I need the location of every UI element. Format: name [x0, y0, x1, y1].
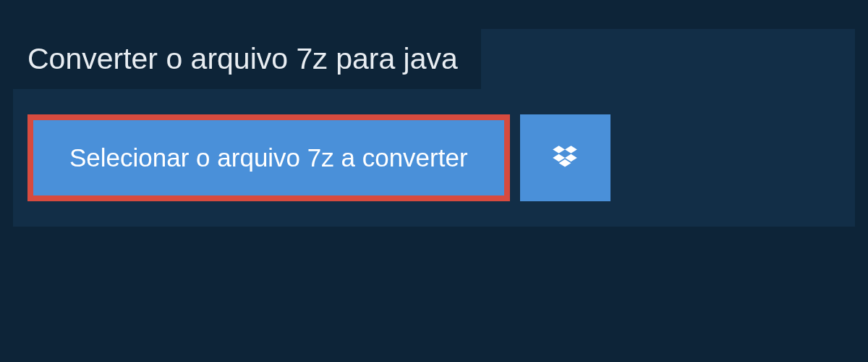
- page-container: Converter o arquivo 7z para java Selecio…: [0, 0, 868, 240]
- page-title: Converter o arquivo 7z para java: [27, 42, 458, 75]
- dropbox-icon: [550, 143, 580, 173]
- dropbox-button[interactable]: [520, 114, 610, 201]
- select-file-label: Selecionar o arquivo 7z a converter: [69, 143, 468, 172]
- select-file-button[interactable]: Selecionar o arquivo 7z a converter: [27, 114, 510, 201]
- button-row: Selecionar o arquivo 7z a converter: [13, 89, 855, 201]
- converter-panel: Converter o arquivo 7z para java Selecio…: [13, 29, 855, 227]
- title-bar: Converter o arquivo 7z para java: [13, 29, 481, 89]
